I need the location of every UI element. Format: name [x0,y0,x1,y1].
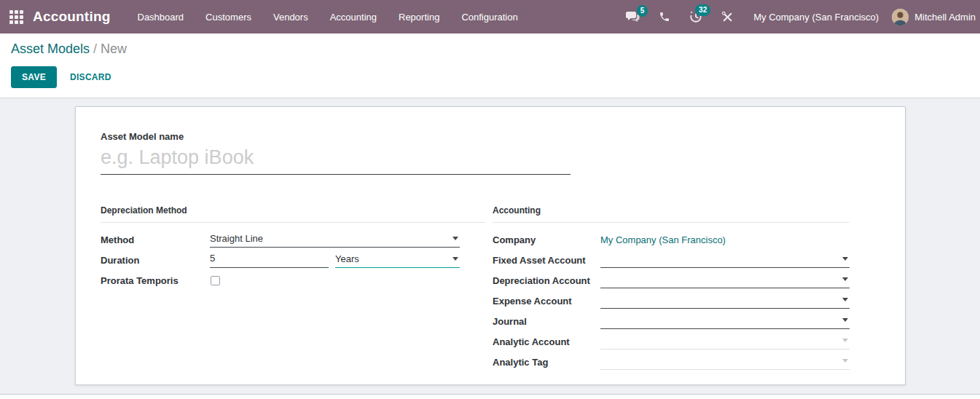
depreciation-method-section-title: Depreciation Method [101,205,485,223]
company-value-link[interactable]: My Company (San Francisco) [600,234,726,245]
analytic-account-row: Analytic Account [493,331,850,352]
menu-customers[interactable]: Customers [195,12,262,23]
systray: 5 32 My Company (San Francisco) [616,9,976,25]
accounting-group: Accounting Company My Company (San Franc… [493,205,850,372]
journal-label: Journal [493,316,600,327]
menu-reporting[interactable]: Reporting [388,12,450,23]
fixed-asset-account-row: Fixed Asset Account [493,250,850,270]
messages-badge: 5 [637,5,648,17]
avatar[interactable] [892,9,909,25]
duration-row: Duration Years [101,250,485,270]
chevron-down-icon [842,257,848,261]
chevron-down-icon [842,339,848,342]
form-columns: Depreciation Method Method Straight Line… [101,205,876,372]
activities-badge: 32 [695,4,710,16]
expense-account-row: Expense Account [493,291,850,311]
depreciation-method-group: Depreciation Method Method Straight Line… [101,205,485,372]
tools-icon[interactable] [712,11,743,23]
user-menu[interactable]: Mitchell Admin [914,12,976,23]
chevron-down-icon [452,237,458,240]
breadcrumb-asset-models[interactable]: Asset Models [11,42,90,56]
method-row: Method Straight Line [101,229,485,250]
duration-label: Duration [101,255,210,266]
messages-icon[interactable]: 5 [616,11,649,23]
company-row: Company My Company (San Francisco) [493,229,850,250]
analytic-tag-row: Analytic Tag [493,352,850,372]
menu-vendors[interactable]: Vendors [262,12,319,23]
company-label: Company [493,234,600,245]
menu-accounting[interactable]: Accounting [319,12,388,23]
method-select[interactable]: Straight Line [210,232,460,248]
control-panel: Asset Models/New SAVE DISCARD [0,33,980,98]
analytic-account-label: Analytic Account [493,336,600,347]
menu-configuration[interactable]: Configuration [450,12,528,23]
breadcrumb: Asset Models/New [11,42,980,57]
depreciation-account-row: Depreciation Account [493,270,850,291]
apps-menu-icon[interactable] [9,10,23,24]
asset-model-name-label: Asset Model name [101,131,876,142]
duration-unit-value: Years [335,253,359,264]
main-menu: Dashboard Customers Vendors Accounting R… [127,12,529,23]
expense-account-label: Expense Account [493,296,600,307]
prorata-checkbox[interactable] [211,276,220,285]
analytic-tag-label: Analytic Tag [493,357,600,368]
form-view: Asset Model name Depreciation Method Met… [0,98,980,394]
form-action-buttons: SAVE DISCARD [11,66,980,88]
breadcrumb-new: New [101,42,127,56]
menu-dashboard[interactable]: Dashboard [127,12,195,23]
chevron-down-icon [452,257,458,261]
phone-icon[interactable] [649,11,680,23]
chevron-down-icon [842,359,848,363]
chevron-down-icon [842,318,848,322]
form-sheet: Asset Model name Depreciation Method Met… [75,106,906,385]
expense-account-select[interactable] [600,293,850,309]
page-bottom-divider [0,394,980,399]
journal-select[interactable] [600,313,850,329]
journal-row: Journal [493,311,850,331]
discard-button[interactable]: DISCARD [67,67,114,87]
duration-unit-select[interactable]: Years [335,252,460,268]
analytic-tag-select[interactable] [600,354,850,370]
analytic-account-select[interactable] [600,333,850,349]
save-button[interactable]: SAVE [11,66,57,88]
method-value: Straight Line [210,233,263,244]
activities-icon[interactable]: 32 [680,10,712,23]
company-switcher[interactable]: My Company (San Francisco) [753,12,879,23]
top-navbar: Accounting Dashboard Customers Vendors A… [0,0,980,33]
chevron-down-icon [842,298,848,301]
app-name[interactable]: Accounting [33,9,111,25]
accounting-section-title: Accounting [493,205,850,223]
duration-input[interactable] [210,253,329,268]
prorata-row: Prorata Temporis [101,270,485,291]
depreciation-account-label: Depreciation Account [493,275,600,286]
asset-model-name-input[interactable] [101,145,571,175]
depreciation-account-select[interactable] [600,272,850,288]
breadcrumb-separator: / [90,42,101,56]
chevron-down-icon [842,277,848,281]
method-label: Method [101,234,210,245]
fixed-asset-account-select[interactable] [600,252,850,268]
prorata-label: Prorata Temporis [101,275,210,286]
fixed-asset-account-label: Fixed Asset Account [493,255,600,266]
